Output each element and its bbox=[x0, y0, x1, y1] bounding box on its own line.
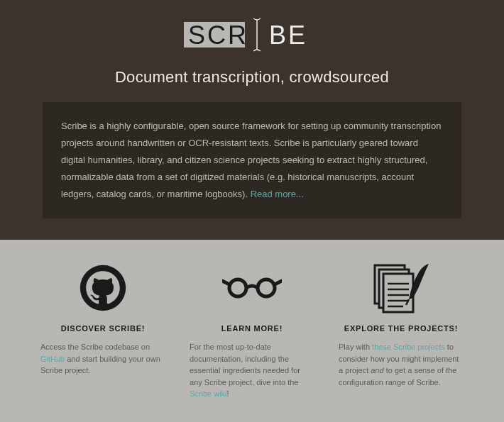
glasses-icon bbox=[188, 261, 316, 314]
card-learn: LEARN MORE! For the most up-to-date docu… bbox=[188, 261, 316, 400]
description-text: Scribe is a highly configurable, open so… bbox=[61, 118, 443, 203]
card-explore: EXPLORE THE PROJECTS! Play with these Sc… bbox=[337, 261, 465, 400]
card-discover: DISCOVER SCRIBE! Access the Scribe codeb… bbox=[39, 261, 167, 400]
cards-section: DISCOVER SCRIBE! Access the Scribe codeb… bbox=[0, 240, 504, 422]
description-body: Scribe is a highly configurable, open so… bbox=[61, 121, 441, 199]
card-discover-text: Access the Scribe codebase on GitHub and… bbox=[39, 341, 167, 377]
github-link[interactable]: GitHub bbox=[40, 355, 65, 363]
svg-point-3 bbox=[229, 279, 246, 296]
tagline: Document transcription, crowdsourced bbox=[0, 68, 504, 87]
card-explore-heading: EXPLORE THE PROJECTS! bbox=[337, 324, 465, 333]
card-discover-heading: DISCOVER SCRIBE! bbox=[39, 324, 167, 333]
documents-quill-icon bbox=[337, 261, 465, 314]
card-explore-text: Play with these Scribe projects to consi… bbox=[337, 341, 465, 388]
logo-left-text: SCR bbox=[188, 21, 248, 50]
github-icon bbox=[39, 261, 167, 314]
wiki-link[interactable]: Scribe wiki bbox=[190, 389, 227, 398]
svg-point-4 bbox=[258, 279, 275, 296]
explore-emphasis: and bbox=[371, 366, 383, 374]
hero-section: SCR BE Document transcription, crowdsour… bbox=[0, 0, 504, 240]
read-more-link[interactable]: Read more... bbox=[251, 189, 304, 199]
logo-right-text: BE bbox=[269, 21, 307, 50]
description-box: Scribe is a highly configurable, open so… bbox=[43, 102, 461, 218]
svg-line-5 bbox=[222, 281, 228, 284]
card-learn-heading: LEARN MORE! bbox=[188, 324, 316, 333]
svg-line-6 bbox=[276, 281, 282, 284]
scribe-logo-svg: SCR BE bbox=[174, 16, 330, 54]
card-learn-text: For the most up-to-date documentation, i… bbox=[188, 341, 316, 400]
logo: SCR BE bbox=[0, 16, 504, 54]
projects-link[interactable]: these Scribe projects bbox=[372, 343, 445, 351]
